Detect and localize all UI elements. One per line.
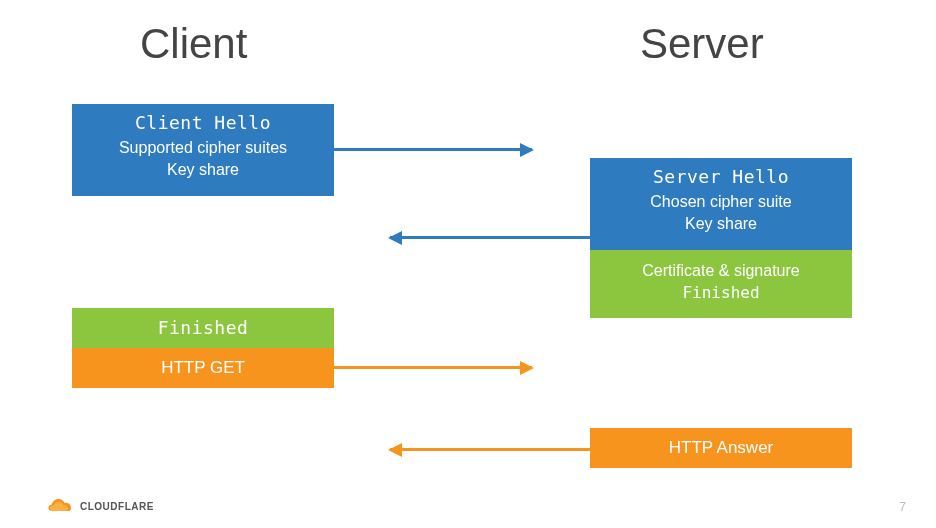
server-answer-box: HTTP Answer [590,428,852,468]
server-cert-line2: Finished [596,282,846,304]
server-hello-box: Server Hello Chosen cipher suite Key sha… [590,158,852,250]
client-hello-box: Client Hello Supported cipher suites Key… [72,104,334,196]
server-hello-title: Server Hello [596,166,846,187]
server-cert-line1: Certificate & signature [596,260,846,282]
client-heading: Client [140,20,247,68]
client-finished-title: Finished [78,317,328,338]
arrow-server-hello [390,236,590,239]
server-cert-box: Certificate & signature Finished [590,250,852,318]
page-number: 7 [899,500,906,514]
server-hello-line1: Chosen cipher suite [596,191,846,213]
client-hello-line2: Key share [78,159,328,181]
arrow-http-answer [390,448,590,451]
arrow-http-get [334,366,532,369]
client-httpget-title: HTTP GET [78,357,328,380]
client-hello-title: Client Hello [78,112,328,133]
client-httpget-box: HTTP GET [72,348,334,388]
client-hello-line1: Supported cipher suites [78,137,328,159]
arrow-client-hello [334,148,532,151]
server-answer-title: HTTP Answer [596,437,846,460]
client-finished-box: Finished [72,308,334,348]
server-heading: Server [640,20,764,68]
brand-text: CloudFlare [80,501,154,512]
server-hello-line2: Key share [596,213,846,235]
cloud-icon [48,498,74,514]
brand-logo: CloudFlare [48,498,154,514]
